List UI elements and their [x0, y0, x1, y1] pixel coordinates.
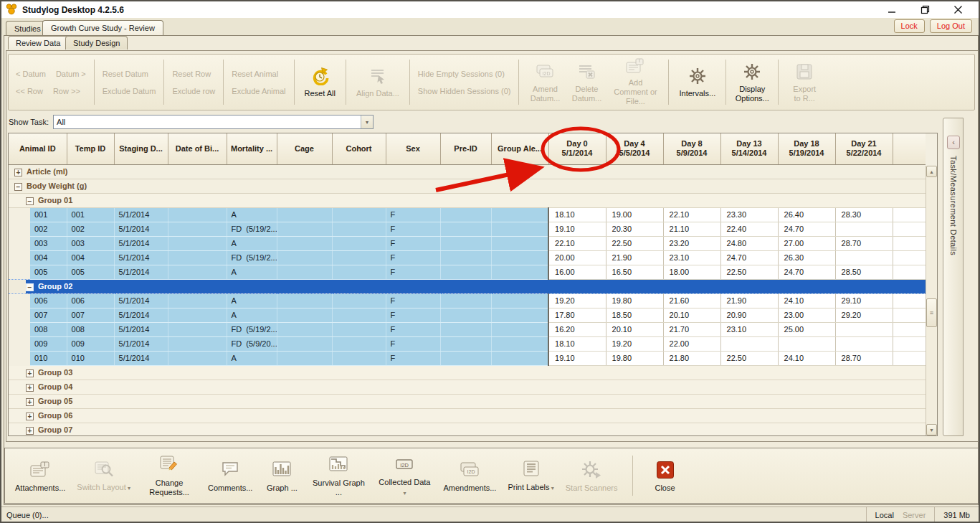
- datum-cell-day-0[interactable]: 20.00: [548, 250, 606, 265]
- amendments-button[interactable]: I2DAmendments...: [439, 458, 500, 494]
- datum-cell-day-2[interactable]: 18.00: [663, 265, 720, 279]
- datum-cell-day-4[interactable]: 26.40: [778, 207, 835, 222]
- datum-cell-day-0[interactable]: 16.20: [548, 322, 606, 336]
- tab-growth-curve-study-review[interactable]: Growth Curve Study - Review: [42, 20, 163, 35]
- cell-cohort[interactable]: [332, 308, 386, 322]
- cell-staging-date[interactable]: 5/1/2014: [114, 207, 168, 222]
- datum-cell-day-0[interactable]: 19.10: [548, 351, 606, 365]
- column-header-group-ale[interactable]: Group Ale...: [491, 133, 548, 164]
- datum-cell-day-0[interactable]: 17.80: [548, 308, 606, 322]
- column-header-mortality[interactable]: Mortality ...: [227, 133, 277, 164]
- datum-cell-day-4[interactable]: 24.70: [778, 265, 835, 279]
- group-row[interactable]: −Group 01: [9, 193, 926, 207]
- cell-cohort[interactable]: [332, 207, 386, 222]
- column-header-date-of-bi[interactable]: Date of Bi...: [168, 133, 227, 164]
- animal-row[interactable]: 0040045/1/2014FD (5/19/2...F20.0021.9023…: [9, 250, 926, 265]
- display-options-button[interactable]: Display Options...: [731, 57, 773, 107]
- column-header-day-18[interactable]: Day 185/19/2014: [778, 133, 835, 164]
- column-header-sex[interactable]: Sex: [386, 133, 440, 164]
- cell-animal-id[interactable]: 007: [30, 308, 67, 322]
- collapse-icon[interactable]: −: [26, 283, 34, 291]
- cell-cage[interactable]: [277, 222, 332, 236]
- cell-temp-id[interactable]: 006: [67, 293, 114, 308]
- cell-cohort[interactable]: [332, 322, 386, 336]
- cell-cohort[interactable]: [332, 222, 386, 236]
- cell-date-of-birth[interactable]: [168, 308, 227, 322]
- cell-animal-id[interactable]: 006: [30, 293, 67, 308]
- group-row[interactable]: +Group 06: [9, 408, 926, 423]
- datum-cell-day-3[interactable]: 22.50: [720, 351, 778, 365]
- cell-temp-id[interactable]: 001: [67, 207, 114, 222]
- print-labels-button[interactable]: Print Labels ▾: [503, 457, 558, 494]
- cell-sex[interactable]: F: [386, 222, 440, 236]
- cell-staging-date[interactable]: 5/1/2014: [114, 322, 168, 336]
- datum-cell-day-3[interactable]: 22.40: [720, 222, 778, 236]
- datum-cell-day-3[interactable]: 24.80: [720, 236, 778, 250]
- column-header-cohort[interactable]: Cohort: [332, 133, 386, 164]
- cell-cage[interactable]: [277, 351, 332, 365]
- cell-pre-id[interactable]: [440, 207, 491, 222]
- column-header-day-4[interactable]: Day 45/5/2014: [606, 133, 663, 164]
- cell-date-of-birth[interactable]: [168, 351, 227, 365]
- logout-button[interactable]: Log Out: [930, 19, 972, 33]
- cell-animal-id[interactable]: 004: [30, 250, 67, 265]
- cell-pre-id[interactable]: [440, 351, 491, 365]
- datum-cell-day-2[interactable]: 22.00: [663, 336, 720, 351]
- expand-icon[interactable]: +: [26, 384, 34, 392]
- group-row[interactable]: +Group 07: [9, 423, 926, 436]
- datum-cell-day-1[interactable]: 20.10: [606, 322, 663, 336]
- cell-pre-id[interactable]: [440, 265, 491, 279]
- animal-row[interactable]: 0020025/1/2014FD (5/19/2...F19.1020.3021…: [9, 222, 926, 236]
- cell-group-ale[interactable]: [491, 222, 548, 236]
- survival-graph-button[interactable]: Survival Graph ...: [307, 453, 370, 499]
- column-header-day-0[interactable]: Day 05/1/2014: [548, 133, 606, 164]
- cell-cage[interactable]: [277, 265, 332, 279]
- datum-cell-day-4[interactable]: 24.10: [778, 351, 835, 365]
- cell-group-ale[interactable]: [491, 336, 548, 351]
- cell-cohort[interactable]: [332, 250, 386, 265]
- restore-icon[interactable]: [908, 2, 941, 18]
- collected-data-button[interactable]: I2DCollected Data ▾: [373, 452, 436, 499]
- datum-cell-day-2[interactable]: 22.10: [663, 207, 720, 222]
- datum-cell-day-1[interactable]: 20.30: [606, 222, 663, 236]
- cell-temp-id[interactable]: 008: [67, 322, 114, 336]
- intervals-button[interactable]: Intervals...: [674, 57, 720, 107]
- datum-cell-day-2[interactable]: 20.10: [663, 308, 720, 322]
- datum-cell-day-1[interactable]: 19.80: [606, 293, 663, 308]
- task-row[interactable]: +Article (ml): [9, 164, 926, 179]
- cell-date-of-birth[interactable]: [168, 236, 227, 250]
- column-header-cage[interactable]: Cage: [277, 133, 332, 164]
- cell-temp-id[interactable]: 010: [67, 351, 114, 365]
- group-row[interactable]: +Group 05: [9, 394, 926, 408]
- cell-mortality[interactable]: FD (5/9/20...: [227, 336, 277, 351]
- scroll-up-icon[interactable]: ▲: [926, 166, 937, 177]
- vertical-scrollbar[interactable]: ▲ ≡ ▼: [926, 166, 937, 435]
- cell-pre-id[interactable]: [440, 236, 491, 250]
- datum-cell-day-1[interactable]: 19.00: [606, 207, 663, 222]
- task-row[interactable]: −Body Weight (g): [9, 179, 926, 193]
- datum-cell-day-1[interactable]: 21.90: [606, 250, 663, 265]
- datum-cell-day-1[interactable]: 16.50: [606, 265, 663, 279]
- datum-cell-day-4[interactable]: 24.10: [778, 293, 835, 308]
- datum-cell-day-0[interactable]: 19.20: [548, 293, 606, 308]
- cell-pre-id[interactable]: [440, 222, 491, 236]
- cell-cage[interactable]: [277, 250, 332, 265]
- group-row[interactable]: −Group 02: [9, 279, 926, 293]
- datum-cell-day-2[interactable]: 21.10: [663, 222, 720, 236]
- cell-temp-id[interactable]: 005: [67, 265, 114, 279]
- datum-cell-day-5[interactable]: [835, 336, 893, 351]
- cell-animal-id[interactable]: 005: [30, 265, 67, 279]
- column-header-pre-id[interactable]: Pre-ID: [440, 133, 491, 164]
- datum-cell-day-2[interactable]: 21.60: [663, 293, 720, 308]
- animal-row[interactable]: 0010015/1/2014AF18.1019.0022.1023.3026.4…: [9, 207, 926, 222]
- cell-cohort[interactable]: [332, 236, 386, 250]
- cell-pre-id[interactable]: [440, 336, 491, 351]
- cell-staging-date[interactable]: 5/1/2014: [114, 250, 168, 265]
- animal-row[interactable]: 0090095/1/2014FD (5/9/20...F18.1019.2022…: [9, 336, 926, 351]
- column-header-animal-id[interactable]: Animal ID: [9, 133, 67, 164]
- datum-cell-day-1[interactable]: 18.50: [606, 308, 663, 322]
- reset-all-button[interactable]: Reset All: [300, 57, 341, 107]
- tab-study-design[interactable]: Study Design: [65, 36, 128, 50]
- datum-cell-day-4[interactable]: 27.00: [778, 236, 835, 250]
- datum-cell-day-0[interactable]: 16.00: [548, 265, 606, 279]
